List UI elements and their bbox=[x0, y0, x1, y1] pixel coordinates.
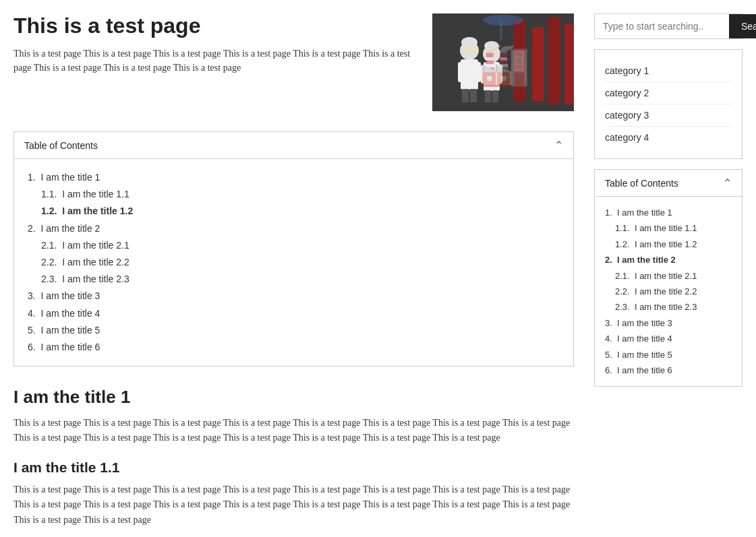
article-paragraph-1-1: This is a test page This is a test page … bbox=[13, 482, 574, 528]
toc-link[interactable]: 6. I am the title 6 bbox=[28, 342, 100, 352]
svg-point-12 bbox=[461, 37, 477, 48]
list-item: 2.2. I am the title 2.2 bbox=[615, 284, 732, 299]
svg-rect-10 bbox=[470, 89, 477, 102]
sidebar-toc-link[interactable]: 2.3. I am the title 2.3 bbox=[615, 302, 697, 312]
svg-rect-16 bbox=[481, 65, 488, 84]
article-heading-1-1: I am the title 1.1 bbox=[13, 460, 574, 476]
toc-toggle-button[interactable]: Table of Contents ⌃ bbox=[14, 132, 573, 159]
toc-link[interactable]: 2.1. I am the title 2.1 bbox=[41, 240, 129, 251]
list-item: 6. I am the title 6 bbox=[605, 362, 732, 378]
list-item: 1.2. I am the title 1.2 bbox=[41, 203, 560, 220]
category-item-2[interactable]: category 2 bbox=[605, 82, 732, 104]
svg-rect-19 bbox=[492, 90, 498, 102]
sidebar-toc-link[interactable]: 2.2. I am the title 2.2 bbox=[615, 286, 697, 296]
sidebar-toc-list: 1. I am the title 1 1.1. I am the title … bbox=[605, 205, 732, 378]
list-item: 5. I am the title 5 bbox=[28, 322, 560, 339]
svg-rect-24 bbox=[500, 20, 502, 40]
sidebar-toc-label: Table of Contents bbox=[605, 178, 678, 189]
toc-collapse-icon: ⌃ bbox=[554, 139, 563, 152]
sidebar-toc-link[interactable]: 2.1. I am the title 2.1 bbox=[615, 271, 697, 281]
sidebar-toc-link[interactable]: 5. I am the title 5 bbox=[605, 350, 672, 360]
toc-header-label: Table of Contents bbox=[24, 140, 98, 151]
svg-point-21 bbox=[484, 41, 499, 51]
list-item: 2.3. I am the title 2.3 bbox=[615, 299, 732, 315]
list-item: 2. I am the title 2 bbox=[28, 220, 560, 237]
toc-link[interactable]: 3. I am the title 3 bbox=[28, 290, 100, 301]
svg-rect-1 bbox=[513, 20, 525, 101]
svg-rect-17 bbox=[496, 65, 502, 84]
svg-point-14 bbox=[483, 45, 500, 63]
list-item: 1. I am the title 1 bbox=[605, 205, 732, 220]
toc-link[interactable]: 2. I am the title 2 bbox=[28, 223, 100, 234]
category-item-3[interactable]: category 3 bbox=[605, 104, 732, 127]
search-button[interactable]: Search bbox=[729, 14, 756, 38]
hero-image bbox=[432, 13, 574, 111]
toc-box: Table of Contents ⌃ 1. I am the title 1 … bbox=[13, 131, 574, 367]
sidebar-toc-link[interactable]: 1. I am the title 1 bbox=[605, 208, 672, 218]
toc-link[interactable]: 5. I am the title 5 bbox=[28, 325, 100, 336]
toc-list: 1. I am the title 1 1.1. I am the title … bbox=[28, 169, 560, 356]
toc-body: 1. I am the title 1 1.1. I am the title … bbox=[14, 159, 573, 366]
list-item: 2.3. I am the title 2.3 bbox=[41, 271, 560, 288]
list-item: 4. I am the title 4 bbox=[28, 305, 560, 322]
page-title: This is a test page bbox=[13, 13, 419, 38]
svg-rect-7 bbox=[458, 62, 465, 82]
hero-image-placeholder bbox=[432, 13, 574, 111]
page-description: This is a test page This is a test page … bbox=[13, 46, 419, 75]
list-item: 1. I am the title 1 bbox=[28, 169, 560, 186]
svg-rect-15 bbox=[484, 62, 500, 91]
search-input[interactable] bbox=[595, 14, 729, 38]
article-paragraph-1: This is a test page This is a test page … bbox=[13, 416, 574, 446]
svg-rect-2 bbox=[532, 27, 544, 101]
svg-rect-8 bbox=[474, 62, 481, 82]
list-item: 2.1. I am the title 2.1 bbox=[41, 237, 560, 254]
svg-rect-9 bbox=[462, 89, 469, 102]
list-item: 4. I am the title 4 bbox=[605, 331, 732, 346]
sidebar-toc-link[interactable]: 4. I am the title 4 bbox=[605, 334, 672, 344]
categories-box: category 1 category 2 category 3 categor… bbox=[594, 49, 743, 159]
toc-link[interactable]: 1.2. I am the title 1.2 bbox=[41, 206, 133, 216]
search-box: Search bbox=[594, 13, 743, 39]
toc-link[interactable]: 4. I am the title 4 bbox=[28, 308, 100, 319]
page-header-text: This is a test page This is a test page … bbox=[13, 13, 419, 75]
sidebar-toc-toggle[interactable]: Table of Contents ⌃ bbox=[595, 170, 742, 197]
sidebar: Search category 1 category 2 category 3 … bbox=[594, 13, 743, 537]
main-content: This is a test page This is a test page … bbox=[13, 13, 574, 537]
toc-link[interactable]: 1. I am the title 1 bbox=[28, 172, 100, 183]
list-item: 5. I am the title 5 bbox=[605, 347, 732, 362]
toc-link[interactable]: 2.2. I am the title 2.2 bbox=[41, 257, 129, 267]
sidebar-toc-link[interactable]: 6. I am the title 6 bbox=[605, 365, 672, 375]
svg-rect-22 bbox=[485, 53, 498, 59]
svg-point-20 bbox=[485, 43, 498, 58]
list-item: 1.1. I am the title 1.1 bbox=[615, 220, 732, 236]
svg-rect-18 bbox=[485, 90, 491, 102]
sidebar-toc-body: 1. I am the title 1 1.1. I am the title … bbox=[595, 197, 742, 386]
list-item: 2.1. I am the title 2.1 bbox=[615, 268, 732, 284]
svg-rect-13 bbox=[462, 50, 477, 57]
article-section-1: I am the title 1 This is a test page Thi… bbox=[13, 387, 574, 446]
sidebar-toc-collapse-icon: ⌃ bbox=[723, 177, 732, 189]
list-item: 1.2. I am the title 1.2 bbox=[615, 236, 732, 252]
sidebar-toc-link[interactable]: 1.2. I am the title 1.2 bbox=[615, 239, 697, 249]
sidebar-toc-link[interactable]: 1.1. I am the title 1.1 bbox=[615, 223, 697, 233]
toc-link[interactable]: 1.1. I am the title 1.1 bbox=[41, 189, 129, 199]
page-header: This is a test page This is a test page … bbox=[13, 13, 574, 111]
article-section-1-1: I am the title 1.1 This is a test page T… bbox=[13, 460, 574, 528]
toc-link[interactable]: 2.3. I am the title 2.3 bbox=[41, 274, 129, 284]
sidebar-toc-link[interactable]: 3. I am the title 3 bbox=[605, 318, 672, 328]
category-item-4[interactable]: category 4 bbox=[605, 127, 732, 148]
sidebar-toc-link[interactable]: 2. I am the title 2 bbox=[605, 255, 676, 265]
sidebar-toc-box: Table of Contents ⌃ 1. I am the title 1 … bbox=[594, 169, 743, 387]
list-item: 2. I am the title 2 bbox=[605, 252, 732, 267]
list-item: 3. I am the title 3 bbox=[28, 288, 560, 305]
svg-rect-4 bbox=[564, 24, 574, 104]
svg-point-23 bbox=[483, 15, 523, 26]
article-heading-1: I am the title 1 bbox=[13, 387, 574, 408]
list-item: 3. I am the title 3 bbox=[605, 315, 732, 331]
category-item-1[interactable]: category 1 bbox=[605, 60, 732, 82]
list-item: 6. I am the title 6 bbox=[28, 339, 560, 356]
list-item: 1.1. I am the title 1.1 bbox=[41, 186, 560, 203]
svg-rect-3 bbox=[548, 17, 560, 104]
list-item: 2.2. I am the title 2.2 bbox=[41, 254, 560, 271]
